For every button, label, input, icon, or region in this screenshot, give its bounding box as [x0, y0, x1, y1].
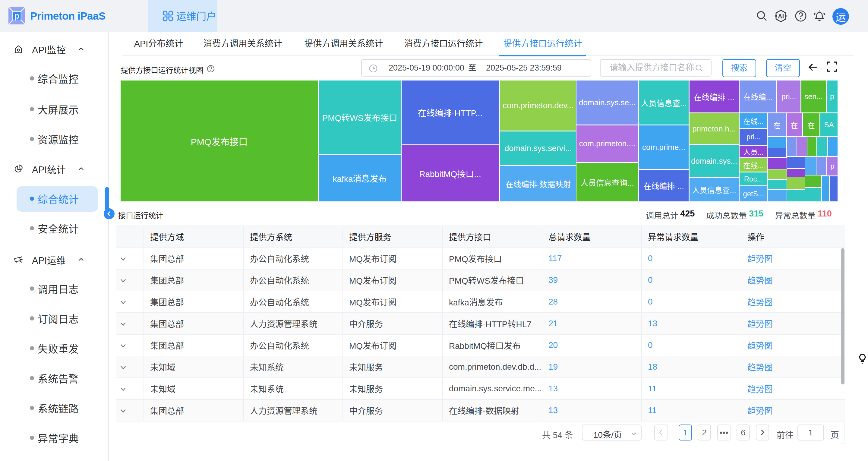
svg-text:p: p [14, 11, 20, 21]
svg-text:AI: AI [778, 13, 784, 20]
